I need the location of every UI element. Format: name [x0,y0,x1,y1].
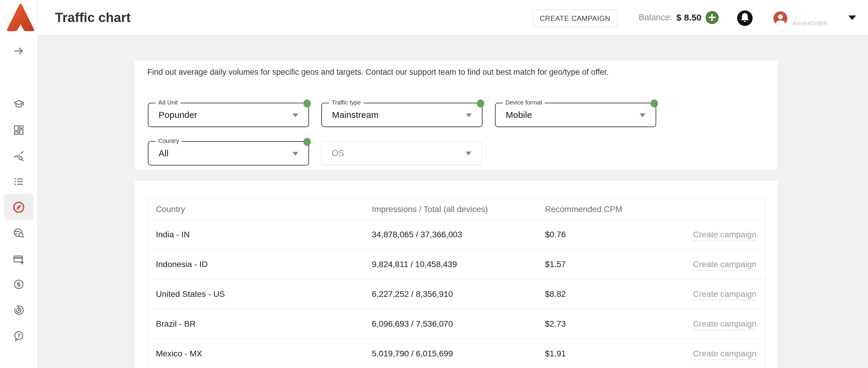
traffic-type-select[interactable]: Traffic type Mainstream [321,103,483,127]
cell-cpm: $8.82 [545,289,673,299]
chevron-down-icon [292,152,298,156]
filters-card: Find out average daily volumes for speci… [135,60,778,169]
sidebar-item-goals[interactable] [13,305,24,316]
active-filter-dot [651,100,658,108]
table-row: India - IN 34,878,065 / 37,366,003 $0.76… [148,220,765,249]
balance-label: Balance: [639,12,672,22]
device-format-select[interactable]: Device format Mobile [495,103,656,127]
cell-impressions: 6,096,693 / 7,536,070 [372,319,545,329]
svg-text:?: ? [17,332,20,339]
cell-action: Create campaign [673,289,765,299]
sidebar-item-tracking[interactable] [13,227,24,239]
page-title: Traffic chart [55,0,131,35]
chevron-down-icon [466,151,471,155]
cell-country: United States - US [148,289,372,299]
sidebar-item-campaigns-list[interactable] [13,176,24,187]
add-funds-plus-icon[interactable] [706,11,719,24]
col-header-impressions: Impressions / Total (all devices) [372,204,545,214]
device-format-value: Mobile [506,103,532,126]
ad-unit-select[interactable]: Ad Unit Popunder [148,103,309,127]
filters-description: Find out average daily volumes for speci… [147,67,609,77]
notifications-bell-icon[interactable] [737,10,752,26]
user-menu-caret-icon[interactable] [848,16,856,20]
balance-currency: $ [676,12,681,23]
cell-impressions: 9,824,811 / 10,458,439 [372,260,545,269]
sidebar-item-dashboard[interactable] [13,124,24,136]
create-campaign-link[interactable]: Create campaign [693,289,756,301]
sidebar: $ ? [0,0,37,368]
table-header-row: Country Impressions / Total (all devices… [148,199,765,220]
sidebar-item-education[interactable] [13,98,24,110]
traffic-table-card: Country Impressions / Total (all devices… [135,181,778,368]
cell-action: Create campaign [673,260,765,269]
traffic-type-value: Mainstream [332,103,379,126]
cell-impressions: 5,019,790 / 6,015,699 [372,349,545,359]
cell-country: India - IN [148,230,372,239]
user-avatar[interactable] [773,11,787,25]
user-name [793,16,821,20]
col-header-cpm: Recommended CPM [545,204,673,214]
col-header-country: Country [148,204,372,214]
sidebar-expand-button[interactable] [13,45,24,57]
chevron-down-icon [640,113,646,117]
table-row: Mexico - MX 5,019,790 / 6,015,699 $1.91 … [148,339,765,368]
sidebar-item-traffic-chart[interactable] [12,201,25,214]
sidebar-item-finance[interactable]: $ [13,279,24,290]
cell-impressions: 6,227,252 / 8,356,910 [372,289,545,299]
sidebar-item-statistics[interactable] [13,151,24,162]
cell-action: Create campaign [673,230,765,239]
os-select[interactable]: OS [321,141,482,165]
cell-cpm: $0.76 [545,230,673,239]
chevron-down-icon [466,113,472,117]
country-select[interactable]: Country All [148,141,309,166]
cell-country: Indonesia - ID [148,260,372,269]
balance-amount: $ 8.50 [676,12,702,23]
create-campaign-link[interactable]: Create campaign [693,230,756,241]
svg-text:$: $ [17,281,21,288]
country-value: All [159,142,168,165]
active-filter-dot [477,100,484,108]
cell-action: Create campaign [673,349,765,359]
table-row: Indonesia - ID 9,824,811 / 10,458,439 $1… [148,249,765,279]
chevron-down-icon [292,113,298,117]
sidebar-item-add-funds[interactable] [13,254,24,265]
create-campaign-link[interactable]: Create campaign [693,260,756,271]
os-placeholder: OS [332,141,344,165]
top-header: Traffic chart CREATE CAMPAIGN Balance: $… [37,0,868,35]
sidebar-item-help[interactable]: ? [13,330,24,341]
balance-value: 8.50 [684,12,702,23]
create-campaign-button[interactable]: CREATE CAMPAIGN [533,10,617,27]
user-role-label: ADVERTISER [793,21,827,27]
cell-country: Mexico - MX [148,349,372,359]
create-campaign-link[interactable]: Create campaign [693,349,756,360]
active-filter-dot [303,100,311,108]
traffic-table: Country Impressions / Total (all devices… [148,199,765,368]
cell-cpm: $1.91 [545,349,673,359]
balance-widget: Balance: $ 8.50 [639,0,719,35]
cell-action: Create campaign [673,319,765,329]
ad-unit-value: Popunder [159,103,197,126]
main-content: Find out average daily volumes for speci… [37,35,868,368]
table-row: Brazil - BR 6,096,693 / 7,536,070 $2.73 … [148,309,765,339]
active-filter-dot [303,138,311,146]
adsterra-logo-icon[interactable] [6,3,35,32]
create-campaign-link[interactable]: Create campaign [693,319,756,330]
table-row: United States - US 6,227,252 / 8,356,910… [148,279,765,309]
traffic-chart-page: $ ? Traffic chart CREATE CA [0,0,868,368]
cell-cpm: $1.57 [545,260,673,269]
cell-country: Brazil - BR [148,319,372,329]
cell-impressions: 34,878,065 / 37,366,003 [372,230,545,239]
cell-cpm: $2.73 [545,319,673,329]
